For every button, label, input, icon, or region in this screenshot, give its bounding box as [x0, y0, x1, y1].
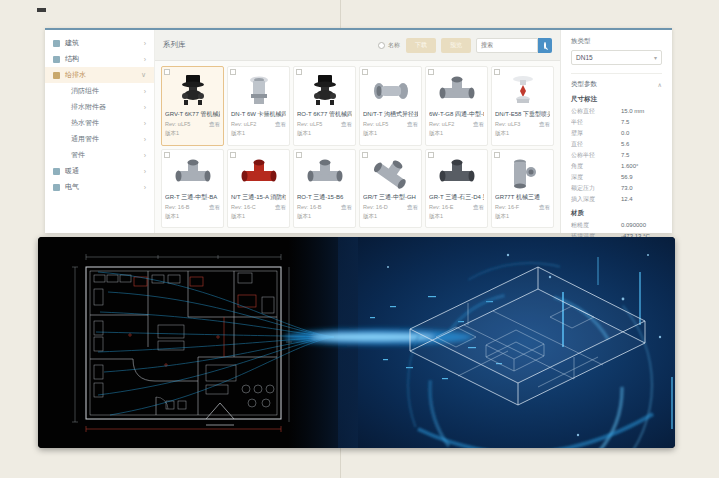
- chevron-icon: ›: [144, 136, 146, 143]
- chevron-icon: ›: [144, 56, 146, 63]
- component-title: DN/T-E58 下垂型喷头: [495, 110, 550, 119]
- tophat-thumbnail: [305, 74, 345, 108]
- component-card[interactable]: GR77T 机械三通 Rev: 16-F 查看 版本1: [491, 149, 554, 229]
- parameter-row: 角度 1.600°: [571, 163, 662, 170]
- family-type-label: 族类型: [571, 37, 662, 46]
- component-card[interactable]: DN/T-E58 下垂型喷头 Rev: uLF3 查看 版本1: [491, 66, 554, 146]
- component-title: GRV-T 6K77 管机械四通: [165, 110, 220, 119]
- card-checkbox[interactable]: [296, 69, 302, 75]
- card-checkbox[interactable]: [362, 69, 368, 75]
- sprinkler-thumbnail: [503, 74, 543, 108]
- card-checkbox[interactable]: [230, 69, 236, 75]
- sidebar-subitem[interactable]: 消防组件 ›: [45, 83, 154, 99]
- card-checkbox[interactable]: [230, 152, 236, 158]
- top-hairline: [340, 0, 341, 28]
- component-meta: Rev: uLF5 查看: [165, 121, 220, 128]
- component-revision: Rev: uLF5: [165, 121, 190, 128]
- parameter-name: 直径: [571, 141, 621, 148]
- view-link[interactable]: 查看: [341, 204, 352, 211]
- properties-panel: 族类型 DN15 ▾ 类型参数 ∧ 尺寸标注 公称直径 15.0 mm 半径 7…: [560, 30, 672, 233]
- chevron-icon: ›: [144, 168, 146, 175]
- parameter-name: 角度: [571, 163, 621, 170]
- card-checkbox[interactable]: [494, 69, 500, 75]
- card-checkbox[interactable]: [428, 152, 434, 158]
- sidebar-subitem[interactable]: 通用管件 ›: [45, 131, 154, 147]
- component-revision: Rev: 16-C: [231, 204, 256, 211]
- collapse-icon: ∧: [658, 81, 662, 88]
- search-box: [476, 38, 552, 53]
- category-sidebar: 建筑 › 结构 › 给排水 ∨ 消防组件 › 排水附件器 › 热水管件 › 通用…: [45, 30, 155, 233]
- parameter-value: 15.0 mm: [621, 108, 644, 115]
- card-checkbox[interactable]: [428, 69, 434, 75]
- view-link[interactable]: 查看: [407, 121, 418, 128]
- card-checkbox[interactable]: [164, 69, 170, 75]
- catalog-area: 系列库 名称 下载 预览 GRV-T 6K77 管机械四通 Rev: uLF5 …: [155, 30, 560, 233]
- sidebar-item-电气[interactable]: 电气 ›: [45, 179, 154, 195]
- sidebar-subitem-label: 排水附件器: [71, 102, 106, 112]
- search-button[interactable]: [538, 38, 552, 53]
- view-link[interactable]: 查看: [275, 121, 286, 128]
- name-filter-radio[interactable]: [378, 42, 385, 49]
- tee-thumbnail: [437, 74, 477, 108]
- card-checkbox[interactable]: [362, 152, 368, 158]
- component-meta: Rev: 16-C 查看: [231, 204, 286, 211]
- family-type-dropdown[interactable]: DN15 ▾: [571, 50, 662, 65]
- parameter-value: 56.9: [621, 174, 633, 181]
- sidebar-subitem[interactable]: 管件 ›: [45, 147, 154, 163]
- sidebar-item-结构[interactable]: 结构 ›: [45, 51, 154, 67]
- component-card[interactable]: DN-T 6W 卡箍机械四通 Rev: uLF2 查看 版本1: [227, 66, 290, 146]
- view-link[interactable]: 查看: [209, 121, 220, 128]
- component-revision: Rev: uLF5: [363, 121, 388, 128]
- card-checkbox[interactable]: [164, 152, 170, 158]
- component-card[interactable]: GRV-T 6K77 管机械四通 Rev: uLF5 查看 版本1: [161, 66, 224, 146]
- card-checkbox[interactable]: [494, 152, 500, 158]
- component-card[interactable]: 6W-T-G8 四通-中型-D4联接 Rev: uLF2 查看 版本1: [425, 66, 488, 146]
- component-card[interactable]: DN/T-T 沟槽式异径接头 Rev: uLF5 查看 版本1: [359, 66, 422, 146]
- chevron-icon: ›: [144, 120, 146, 127]
- view-link[interactable]: 查看: [539, 204, 550, 211]
- component-card[interactable]: GR-T 三通-石三-D4 异径 Rev: 16-E 查看 版本1: [425, 149, 488, 229]
- component-title: 6W-T-G8 四通-中型-D4联接: [429, 110, 484, 119]
- corner-mark: [37, 8, 46, 12]
- component-card[interactable]: RO-T 6K77 管机械四通 Rev: uLF5 查看 版本1: [293, 66, 356, 146]
- sidebar-subitem-label: 消防组件: [71, 86, 99, 96]
- tee-thumbnail: [305, 157, 345, 191]
- view-link[interactable]: 查看: [407, 204, 418, 211]
- download-button[interactable]: 下载: [406, 38, 436, 53]
- component-version: 版本1: [297, 213, 352, 220]
- chevron-icon: ›: [144, 88, 146, 95]
- sidebar-item-建筑[interactable]: 建筑 ›: [45, 35, 154, 51]
- component-card[interactable]: N/T 三通-15-A 消防红 Rev: 16-C 查看 版本1: [227, 149, 290, 229]
- view-link[interactable]: 查看: [341, 121, 352, 128]
- sidebar-subitem-label: 管件: [71, 150, 85, 160]
- component-version: 版本1: [231, 130, 286, 137]
- search-input[interactable]: [476, 38, 538, 53]
- sidebar-item-label: 结构: [65, 54, 79, 64]
- component-revision: Rev: uLF3: [495, 121, 520, 128]
- component-version: 版本1: [495, 130, 550, 137]
- preview-button[interactable]: 预览: [441, 38, 471, 53]
- parameter-value: 0.090000: [621, 222, 646, 229]
- category-icon: [53, 72, 60, 79]
- component-card[interactable]: GR/T 三通-中型-GH Rev: 16-D 查看 版本1: [359, 149, 422, 229]
- sidebar-subitem[interactable]: 热水管件 ›: [45, 115, 154, 131]
- view-link[interactable]: 查看: [473, 121, 484, 128]
- card-checkbox[interactable]: [296, 152, 302, 158]
- component-card[interactable]: RO-T 三通-15-B6 Rev: 16-B 查看 版本1: [293, 149, 356, 229]
- sidebar-item-暖通[interactable]: 暖通 ›: [45, 163, 154, 179]
- component-card[interactable]: GR-T 三通-中型-BA Rev: 16-B 查看 版本1: [161, 149, 224, 229]
- view-link[interactable]: 查看: [209, 204, 220, 211]
- component-meta: Rev: 16-F 查看: [495, 204, 550, 211]
- component-meta: Rev: 16-E 查看: [429, 204, 484, 211]
- sidebar-subitem[interactable]: 排水附件器 ›: [45, 99, 154, 115]
- parameter-name: 公称直径: [571, 108, 621, 115]
- category-icon: [53, 40, 60, 47]
- view-link[interactable]: 查看: [275, 204, 286, 211]
- type-params-section-header[interactable]: 类型参数 ∧: [571, 73, 662, 89]
- category-icon: [53, 56, 60, 63]
- catalog-title: 系列库: [163, 40, 186, 50]
- view-link[interactable]: 查看: [473, 204, 484, 211]
- view-link[interactable]: 查看: [539, 121, 550, 128]
- sidebar-item-给排水[interactable]: 给排水 ∨: [45, 67, 154, 83]
- component-meta: Rev: uLF2 查看: [231, 121, 286, 128]
